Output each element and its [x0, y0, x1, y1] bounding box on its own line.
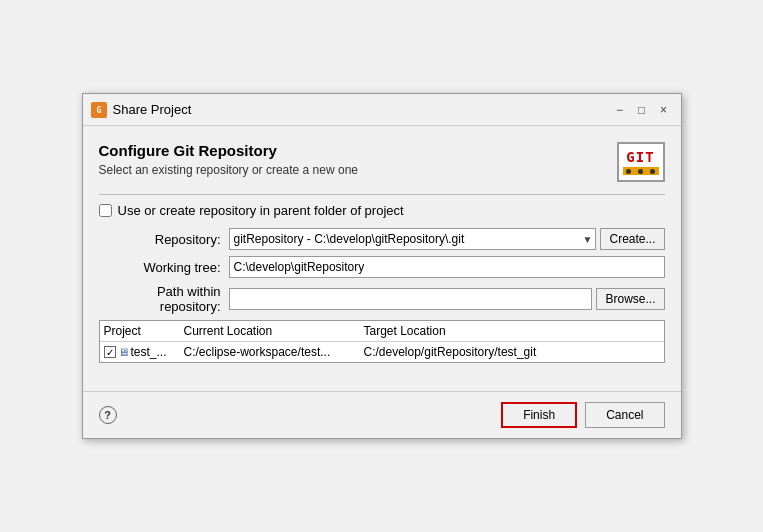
repository-select[interactable]: gitRepository - C:\develop\gitRepository…: [229, 228, 597, 250]
cancel-button[interactable]: Cancel: [585, 402, 664, 428]
parent-folder-checkbox[interactable]: [99, 204, 112, 217]
parent-folder-checkbox-row: Use or create repository in parent folde…: [99, 203, 665, 218]
col-project: Project: [104, 324, 184, 338]
finish-button[interactable]: Finish: [501, 402, 577, 428]
browse-button[interactable]: Browse...: [596, 288, 664, 310]
git-logo-bar: [623, 167, 659, 175]
svg-text:G: G: [96, 106, 101, 115]
repository-row: Repository: gitRepository - C:\develop\g…: [99, 228, 665, 250]
path-input[interactable]: [229, 288, 593, 310]
share-project-dialog: G Share Project − □ × Configure Git Repo…: [82, 93, 682, 439]
title-controls: − □ ×: [611, 101, 673, 119]
git-logo-dot-2: [638, 169, 643, 174]
dialog-title: Share Project: [113, 102, 192, 117]
path-row: Path within repository: Browse...: [99, 284, 665, 314]
working-tree-input[interactable]: [229, 256, 665, 278]
row-checkbox[interactable]: ✓: [104, 346, 116, 358]
git-logo-dot-3: [650, 169, 655, 174]
repository-label: Repository:: [99, 232, 229, 247]
repository-select-wrap: gitRepository - C:\develop\gitRepository…: [229, 228, 597, 250]
configure-git-title: Configure Git Repository: [99, 142, 358, 159]
minimize-button[interactable]: −: [611, 101, 629, 119]
project-icon: 🖥: [118, 346, 129, 358]
title-bar: G Share Project − □ ×: [83, 94, 681, 126]
project-table: Project Current Location Target Location…: [99, 320, 665, 363]
table-row: ✓ 🖥 test_... C:/eclipse-workspace/test..…: [100, 342, 664, 362]
bottom-bar: ? Finish Cancel: [83, 391, 681, 438]
col-current: Current Location: [184, 324, 364, 338]
working-tree-row: Working tree:: [99, 256, 665, 278]
col-target: Target Location: [364, 324, 660, 338]
title-bar-left: G Share Project: [91, 102, 192, 118]
header-text: Configure Git Repository Select an exist…: [99, 142, 358, 177]
table-cell-current: C:/eclipse-workspace/test...: [184, 345, 364, 359]
git-logo-text: GIT: [626, 149, 654, 165]
divider: [99, 194, 665, 195]
git-logo: GIT: [617, 142, 665, 182]
header-section: Configure Git Repository Select an exist…: [99, 142, 665, 182]
path-input-wrap: Browse...: [229, 288, 665, 310]
configure-git-subtitle: Select an existing repository or create …: [99, 163, 358, 177]
bottom-buttons: Finish Cancel: [501, 402, 664, 428]
working-tree-label: Working tree:: [99, 260, 229, 275]
close-button[interactable]: ×: [655, 101, 673, 119]
table-cell-project: ✓ 🖥 test_...: [104, 345, 184, 359]
table-cell-target: C:/develop/gitRepository/test_git: [364, 345, 660, 359]
dialog-content: Configure Git Repository Select an exist…: [83, 126, 681, 379]
maximize-button[interactable]: □: [633, 101, 651, 119]
git-logo-dot-1: [626, 169, 631, 174]
help-button[interactable]: ?: [99, 406, 117, 424]
parent-folder-label: Use or create repository in parent folde…: [118, 203, 404, 218]
dialog-icon: G: [91, 102, 107, 118]
create-button[interactable]: Create...: [600, 228, 664, 250]
path-label: Path within repository:: [99, 284, 229, 314]
working-tree-input-wrap: [229, 256, 665, 278]
table-header: Project Current Location Target Location: [100, 321, 664, 342]
project-name: test_...: [131, 345, 167, 359]
repository-input-wrap: gitRepository - C:\develop\gitRepository…: [229, 228, 665, 250]
